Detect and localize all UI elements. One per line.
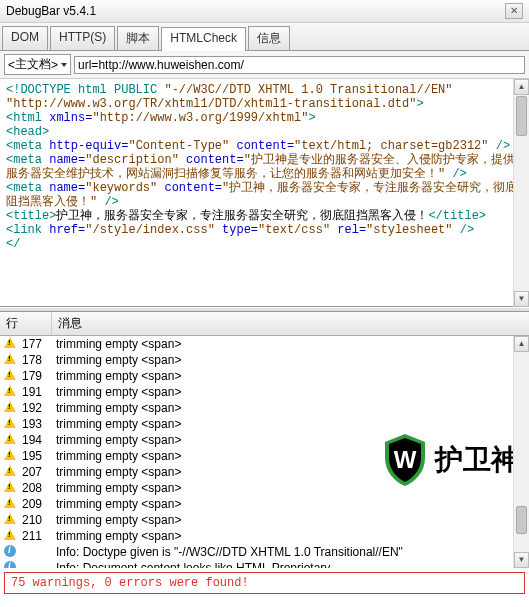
message-row[interactable]: 177trimming empty <span> [0, 336, 529, 352]
scroll-thumb[interactable] [516, 506, 527, 534]
chevron-down-icon [61, 63, 67, 67]
message-row[interactable]: 208trimming empty <span> [0, 480, 529, 496]
tab-strip: DOMHTTP(S)脚本HTMLCheck信息 [0, 23, 529, 51]
line-number: 208 [20, 481, 52, 495]
message-row[interactable]: 191trimming empty <span> [0, 384, 529, 400]
message-row[interactable]: 209trimming empty <span> [0, 496, 529, 512]
line-number: 193 [20, 417, 52, 431]
message-text: Info: Doctype given is "-//W3C//DTD XHTM… [52, 545, 525, 559]
warning-icon [4, 385, 16, 396]
message-text: trimming empty <span> [52, 385, 525, 399]
info-icon [4, 545, 16, 557]
scroll-up-button[interactable]: ▲ [514, 336, 529, 352]
message-row[interactable]: 193trimming empty <span> [0, 416, 529, 432]
warning-icon [4, 481, 16, 492]
message-text: trimming empty <span> [52, 337, 525, 351]
line-number: 194 [20, 433, 52, 447]
column-message[interactable]: 消息 [52, 312, 529, 335]
message-text: trimming empty <span> [52, 353, 525, 367]
message-row[interactable]: 207trimming empty <span> [0, 464, 529, 480]
line-number: 178 [20, 353, 52, 367]
message-text: trimming empty <span> [52, 401, 525, 415]
message-text: trimming empty <span> [52, 481, 525, 495]
message-text: trimming empty <span> [52, 529, 525, 543]
line-number: 179 [20, 369, 52, 383]
warning-icon [4, 417, 16, 428]
message-row[interactable]: 195trimming empty <span> [0, 448, 529, 464]
message-text: trimming empty <span> [52, 513, 525, 527]
tab-htmlcheck[interactable]: HTMLCheck [161, 27, 246, 51]
message-row[interactable]: 211trimming empty <span> [0, 528, 529, 544]
message-row[interactable]: 210trimming empty <span> [0, 512, 529, 528]
line-number: 195 [20, 449, 52, 463]
message-row[interactable]: Info: Document content looks like HTML P… [0, 560, 529, 568]
warning-icon [4, 513, 16, 524]
title-bar: DebugBar v5.4.1 ✕ [0, 0, 529, 23]
tab-http(s)[interactable]: HTTP(S) [50, 26, 115, 50]
message-text: trimming empty <span> [52, 497, 525, 511]
warning-icon [4, 433, 16, 444]
message-row[interactable]: 192trimming empty <span> [0, 400, 529, 416]
warning-icon [4, 401, 16, 412]
url-input[interactable] [74, 56, 525, 74]
message-text: trimming empty <span> [52, 369, 525, 383]
column-line[interactable]: 行 [0, 312, 52, 335]
warning-icon [4, 465, 16, 476]
message-row[interactable]: Info: Doctype given is "-//W3C//DTD XHTM… [0, 544, 529, 560]
line-number: 210 [20, 513, 52, 527]
message-text: Info: Document content looks like HTML P… [52, 561, 525, 568]
info-icon [4, 561, 16, 568]
message-text: trimming empty <span> [52, 417, 525, 431]
warning-icon [4, 449, 16, 460]
message-text: trimming empty <span> [52, 449, 525, 463]
tab-信息[interactable]: 信息 [248, 26, 290, 50]
line-number: 207 [20, 465, 52, 479]
scroll-down-button[interactable]: ▼ [514, 552, 529, 568]
url-bar: <主文档> [0, 51, 529, 79]
message-row[interactable]: 179trimming empty <span> [0, 368, 529, 384]
scroll-up-button[interactable]: ▲ [514, 79, 529, 95]
messages-header: 行 消息 [0, 312, 529, 336]
code-scrollbar[interactable]: ▲ ▼ [513, 79, 529, 307]
scroll-down-button[interactable]: ▼ [514, 291, 529, 307]
summary-box: 75 warnings, 0 errors were found! [4, 572, 525, 594]
warning-icon [4, 353, 16, 364]
tab-dom[interactable]: DOM [2, 26, 48, 50]
line-number: 177 [20, 337, 52, 351]
tab-脚本[interactable]: 脚本 [117, 26, 159, 50]
document-selector[interactable]: <主文档> [4, 54, 71, 75]
line-number: 209 [20, 497, 52, 511]
html-source-pane[interactable]: <!DOCTYPE html PUBLIC "-//W3C//DTD XHTML… [0, 79, 529, 307]
line-number: 211 [20, 529, 52, 543]
warning-icon [4, 337, 16, 348]
messages-scrollbar[interactable]: ▲ ▼ [513, 336, 529, 568]
warning-icon [4, 369, 16, 380]
message-text: trimming empty <span> [52, 465, 525, 479]
warning-icon [4, 529, 16, 540]
window-title: DebugBar v5.4.1 [6, 4, 96, 18]
messages-list[interactable]: W 护卫神 177trimming empty <span>178trimmin… [0, 336, 529, 568]
message-row[interactable]: 178trimming empty <span> [0, 352, 529, 368]
message-text: trimming empty <span> [52, 433, 525, 447]
close-button[interactable]: ✕ [505, 3, 523, 19]
scroll-thumb[interactable] [516, 96, 527, 136]
line-number: 191 [20, 385, 52, 399]
line-number: 192 [20, 401, 52, 415]
message-row[interactable]: 194trimming empty <span> [0, 432, 529, 448]
warning-icon [4, 497, 16, 508]
